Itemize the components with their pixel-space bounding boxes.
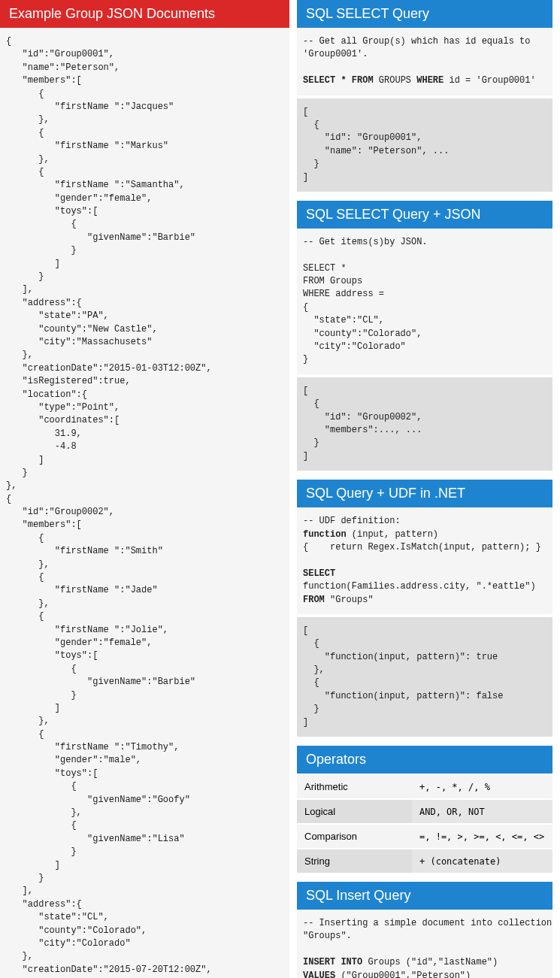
card-sql-select: SQL SELECT Query -- Get all Group(s) whi… [297, 0, 552, 192]
example-json-header: Example Group JSON Documents [0, 0, 289, 28]
operator-value: =, !=, >, >=, <, <=, <> [412, 824, 552, 849]
sql-select-json-result: [ { "id": "Group0002", "members":..., ..… [297, 374, 552, 471]
operator-row: Comparison=, !=, >, >=, <, <=, <> [297, 824, 552, 849]
operators-header: Operators [297, 746, 552, 774]
sql-select-statement: SELECT * FROM GROUPS WHERE id = 'Group00… [303, 75, 536, 86]
sql-udf-header: SQL Query + UDF in .NET [297, 480, 552, 507]
left-column: Example Group JSON Documents { "id":"Gro… [0, 0, 289, 978]
sql-udf-query: -- UDF definition: function (input, patt… [297, 507, 552, 614]
card-operators: Operators Arithmetic+, -, *, /, %Logical… [297, 746, 552, 873]
card-sql-select-json: SQL SELECT Query + JSON -- Get items(s)b… [297, 201, 552, 471]
sql-select-header: SQL SELECT Query [297, 0, 552, 28]
operator-row: String+ (concatenate) [297, 849, 552, 873]
card-sql-udf: SQL Query + UDF in .NET -- UDF definitio… [297, 480, 552, 737]
sql-select-json-header: SQL SELECT Query + JSON [297, 201, 552, 229]
sql-select-result: [ { "id": "Group0001", "name": "Peterson… [297, 95, 552, 192]
operators-tbody: Arithmetic+, -, *, /, %LogicalAND, OR, N… [297, 774, 552, 873]
sql-insert-header: SQL Insert Query [297, 882, 552, 910]
operator-value: + (concatenate) [412, 849, 552, 873]
operator-label: Arithmetic [297, 774, 412, 799]
operator-row: LogicalAND, OR, NOT [297, 799, 552, 824]
operator-label: Logical [297, 799, 412, 824]
operator-label: String [297, 849, 412, 873]
operators-table: Arithmetic+, -, *, /, %LogicalAND, OR, N… [297, 774, 552, 873]
operator-value: AND, OR, NOT [412, 799, 552, 824]
operator-label: Comparison [297, 824, 412, 849]
operator-value: +, -, *, /, % [412, 774, 552, 799]
sql-udf-result: [ { "function(input, pattern)": true }, … [297, 614, 552, 737]
operator-row: Arithmetic+, -, *, /, % [297, 774, 552, 799]
sql-select-query: -- Get all Group(s) which has id equals … [297, 28, 552, 95]
example-json-code: { "id":"Group0001", "name":"Peterson", "… [0, 28, 289, 978]
card-sql-insert: SQL Insert Query -- Inserting a simple d… [297, 882, 552, 978]
sql-insert-query: -- Inserting a simple document into coll… [297, 910, 552, 978]
right-column: SQL SELECT Query -- Get all Group(s) whi… [297, 0, 552, 978]
sql-select-json-query: -- Get items(s)by JSON. SELECT * FROM Gr… [297, 229, 552, 374]
